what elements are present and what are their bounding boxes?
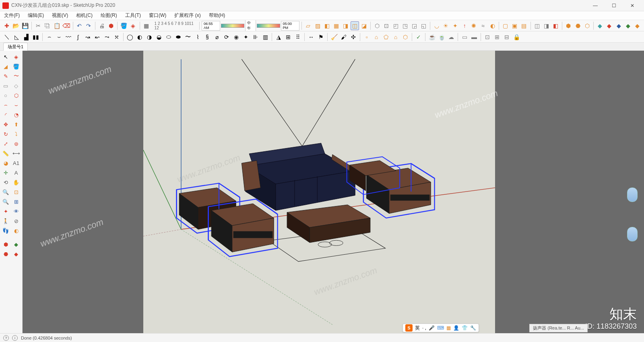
zoom-icon[interactable]: 🔍 [1, 187, 10, 196]
redo-icon[interactable]: ↷ [85, 21, 93, 30]
lookaround-icon[interactable]: 👁 [11, 207, 21, 216]
cube4-icon[interactable]: ⌂ [391, 33, 400, 41]
scene-tab-1[interactable]: 场景号1 [3, 43, 28, 51]
new-icon[interactable]: ✚ [2, 21, 11, 30]
shadow-gradient-2[interactable] [257, 24, 280, 28]
maximize-button[interactable]: ☐ [605, 0, 623, 11]
path4-icon[interactable]: ⤲ [112, 33, 121, 41]
help-icon[interactable]: ? [3, 335, 9, 341]
rotrect-icon[interactable]: ◇ [11, 81, 21, 90]
spray-icon[interactable]: ✣ [349, 33, 358, 41]
view-top-icon[interactable]: ⊡ [382, 21, 391, 30]
move-tool-icon[interactable]: ✥ [1, 120, 10, 129]
arc1-icon[interactable]: ⌢ [1, 101, 10, 109]
cube2-icon[interactable]: ⌂ [372, 33, 381, 41]
calc-icon[interactable]: ▦ [142, 21, 150, 30]
style-hidden-icon[interactable]: ▨ [314, 21, 322, 30]
rect-icon[interactable]: ▭ [1, 81, 10, 90]
comp2-icon[interactable]: ⬣ [574, 21, 582, 30]
shape2-icon[interactable]: ◐ [135, 33, 144, 41]
shape1-icon[interactable]: ◯ [126, 33, 134, 41]
zoomwin-icon[interactable]: ⊡ [11, 187, 21, 196]
flag-icon[interactable]: ⚑ [316, 33, 325, 41]
menu-view[interactable]: 视图(V) [50, 11, 70, 20]
3dtext-icon[interactable]: A [11, 168, 21, 177]
spiral-icon[interactable]: 〰 [64, 33, 73, 41]
menu-file[interactable]: 文件(F) [2, 11, 21, 20]
match-icon[interactable]: ◈ [129, 21, 137, 30]
broom-icon[interactable]: 🧹 [330, 33, 339, 41]
followme-icon[interactable]: ⤵ [11, 130, 21, 138]
view-iso-icon[interactable]: ⬡ [373, 21, 381, 30]
plugin1-icon[interactable]: 👣 [1, 226, 10, 235]
shape3-icon[interactable]: ◑ [145, 33, 154, 41]
box1-icon[interactable]: ▢ [501, 21, 510, 30]
ime-user-icon[interactable]: 👤 [453, 325, 459, 331]
paint-icon[interactable]: 🪣 [120, 21, 128, 30]
tea2-icon[interactable]: 🍵 [437, 33, 446, 41]
shape4-icon[interactable]: ◒ [155, 33, 163, 41]
dim-icon[interactable]: ⟷ [11, 149, 21, 158]
layer2-icon[interactable]: ◨ [542, 21, 551, 30]
ime-lang[interactable]: 英 [415, 325, 420, 332]
print-icon[interactable]: 🖨 [97, 21, 106, 30]
copy-icon[interactable]: ⿻ [43, 21, 52, 30]
text-icon[interactable]: A1 [11, 159, 21, 167]
fog-icon[interactable]: ≈ [479, 21, 487, 30]
tape-icon[interactable]: 📏 [1, 149, 10, 158]
ime-mic-icon[interactable]: 🎤 [429, 325, 435, 331]
arc3-icon[interactable]: ◜ [1, 110, 10, 119]
select-icon[interactable]: ↖ [1, 52, 10, 61]
land2-icon[interactable]: ▬ [470, 33, 479, 41]
style-wire-icon[interactable]: ▱ [304, 21, 312, 30]
brush-icon[interactable]: 🖌 [339, 33, 348, 41]
ext-c-icon[interactable]: ⬣ [1, 249, 10, 258]
dots-icon[interactable]: ⠿ [293, 33, 302, 41]
north-icon[interactable]: ↑ [460, 21, 469, 30]
win1-icon[interactable]: ⊡ [483, 33, 492, 41]
spr2-icon[interactable]: ⟳ [222, 33, 231, 41]
ext-a-icon[interactable]: ⬢ [1, 240, 10, 249]
box2-icon[interactable]: ▣ [510, 21, 519, 30]
polygon-icon[interactable]: ⬡ [11, 91, 21, 100]
freehand-icon[interactable]: 〜 [11, 72, 21, 80]
view-left-icon[interactable]: ◱ [419, 21, 428, 30]
ext3-icon[interactable]: ◆ [615, 21, 623, 30]
column-icon[interactable]: ⊪ [251, 33, 260, 41]
comp1-icon[interactable]: ⬢ [564, 21, 573, 30]
shape6-icon[interactable]: ⬬ [174, 33, 183, 41]
pan-icon[interactable]: ✋ [11, 178, 21, 187]
land-icon[interactable]: ▭ [460, 33, 469, 41]
circle-icon[interactable]: ○ [1, 91, 10, 100]
style-tex-icon[interactable]: ▦ [332, 21, 341, 30]
canvas-3d[interactable] [143, 51, 495, 333]
pencil-icon[interactable]: ✎ [1, 72, 10, 80]
zoomext-icon[interactable]: 🔍 [1, 197, 10, 206]
view-back-icon[interactable]: ◲ [410, 21, 419, 30]
win3-icon[interactable]: ⊟ [502, 33, 511, 41]
ime-skin-icon[interactable]: 👕 [462, 325, 468, 331]
ext-b-icon[interactable]: ◆ [11, 240, 21, 249]
lock-icon[interactable]: 🔒 [512, 33, 521, 41]
ime-kbd-icon[interactable]: ⌨ [437, 325, 444, 331]
erase-icon[interactable]: ⌫ [62, 21, 71, 30]
view-right-icon[interactable]: ◳ [401, 21, 409, 30]
bars-icon[interactable]: ▮▮ [31, 33, 40, 41]
menu-draw[interactable]: 绘图(R) [99, 11, 119, 20]
arc2-icon[interactable]: ⌣ [11, 101, 21, 109]
path1-icon[interactable]: ↝ [83, 33, 92, 41]
undo-icon[interactable]: ↶ [75, 21, 84, 30]
layer1-icon[interactable]: ◫ [533, 21, 541, 30]
move-icon[interactable]: ↔ [307, 33, 316, 41]
position-icon[interactable]: ✦ [1, 207, 10, 216]
plugin2-icon[interactable]: ◐ [11, 226, 21, 235]
close-button[interactable]: ✕ [623, 0, 642, 11]
section-icon[interactable]: ◐ [488, 21, 497, 30]
angle-icon[interactable]: ◺ [12, 33, 21, 41]
compass-icon[interactable]: ✦ [451, 21, 459, 30]
layer3-icon[interactable]: ◧ [551, 21, 560, 30]
path2-icon[interactable]: ↜ [93, 33, 102, 41]
disc-icon[interactable]: ◉ [232, 33, 241, 41]
menu-edit[interactable]: 编辑(E) [26, 11, 45, 20]
shadow-gradient[interactable] [221, 24, 244, 28]
